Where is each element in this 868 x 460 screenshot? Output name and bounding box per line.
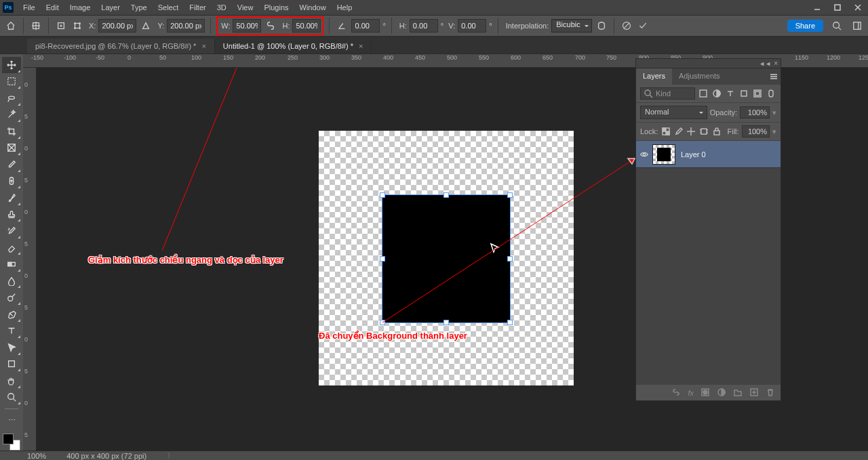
reference-toggle-icon[interactable] bbox=[71, 19, 84, 33]
transform-tool-icon[interactable] bbox=[29, 19, 43, 33]
transform-handle[interactable] bbox=[507, 256, 513, 262]
layer-row[interactable]: Layer 0 bbox=[636, 141, 781, 168]
eraser-tool-icon[interactable] bbox=[2, 240, 21, 256]
tab-layers[interactable]: Layers bbox=[636, 68, 672, 85]
share-button[interactable]: Share bbox=[787, 20, 823, 32]
crop-tool-icon[interactable] bbox=[2, 123, 21, 140]
visibility-icon[interactable] bbox=[636, 150, 652, 159]
blur-tool-icon[interactable] bbox=[2, 273, 21, 289]
transform-handle[interactable] bbox=[380, 320, 385, 325]
mask-icon[interactable] bbox=[701, 388, 710, 398]
healing-tool-icon[interactable] bbox=[2, 173, 21, 190]
gradient-tool-icon[interactable] bbox=[2, 256, 21, 272]
menu-file[interactable]: File bbox=[18, 1, 41, 14]
menu-edit[interactable]: Edit bbox=[41, 1, 64, 14]
menu-view[interactable]: View bbox=[232, 1, 259, 14]
fill-value[interactable]: 100% bbox=[742, 125, 770, 138]
filter-adjust-icon[interactable] bbox=[711, 88, 722, 99]
lock-artboard-icon[interactable] bbox=[699, 126, 709, 137]
adjustment-icon[interactable] bbox=[717, 388, 726, 398]
cancel-transform-icon[interactable] bbox=[620, 19, 633, 33]
transform-handle[interactable] bbox=[507, 192, 513, 198]
skew-h-input[interactable] bbox=[410, 19, 438, 33]
transform-handle[interactable] bbox=[507, 320, 513, 325]
lasso-tool-icon[interactable] bbox=[2, 90, 21, 106]
filter-type-icon[interactable] bbox=[725, 88, 736, 99]
wand-tool-icon[interactable] bbox=[2, 107, 21, 123]
height-input[interactable] bbox=[292, 19, 321, 33]
filter-smart-icon[interactable] bbox=[752, 88, 763, 99]
color-swatches[interactable] bbox=[3, 434, 20, 451]
skew-v-input[interactable] bbox=[458, 19, 486, 33]
x-position-input[interactable] bbox=[98, 19, 136, 33]
layer-name[interactable]: Layer 0 bbox=[681, 150, 706, 159]
pen-tool-icon[interactable] bbox=[2, 306, 21, 322]
lock-position-icon[interactable] bbox=[686, 126, 696, 137]
panel-menu-icon[interactable] bbox=[767, 68, 781, 85]
tab-adjustments[interactable]: Adjustments bbox=[672, 68, 727, 85]
fx-icon[interactable]: fx bbox=[688, 389, 694, 397]
lock-all-icon[interactable] bbox=[712, 126, 722, 137]
collapse-icon[interactable]: ◄◄ bbox=[759, 60, 771, 67]
zoom-level[interactable]: 100% bbox=[27, 452, 46, 460]
menu-help[interactable]: Help bbox=[332, 1, 358, 14]
link-layers-icon[interactable] bbox=[671, 388, 681, 398]
document-info[interactable]: 400 px x 400 px (72 ppi) bbox=[66, 452, 146, 460]
hand-tool-icon[interactable] bbox=[2, 373, 21, 389]
dodge-tool-icon[interactable] bbox=[2, 289, 21, 306]
panel-close-icon[interactable]: × bbox=[774, 60, 778, 67]
filter-pixel-icon[interactable] bbox=[698, 88, 709, 99]
menu-select[interactable]: Select bbox=[153, 1, 184, 14]
opacity-value[interactable]: 100% bbox=[740, 106, 770, 119]
link-icon[interactable] bbox=[264, 19, 277, 33]
menu-3d[interactable]: 3D bbox=[212, 1, 232, 14]
menu-type[interactable]: Type bbox=[125, 1, 153, 14]
group-icon[interactable] bbox=[733, 388, 743, 398]
warp-icon[interactable] bbox=[595, 19, 608, 33]
document-tab[interactable]: pi8-Recovered.jpg @ 66.7% (Layer 0, RGB/… bbox=[27, 39, 215, 54]
lock-paint-icon[interactable] bbox=[673, 126, 684, 137]
width-input[interactable] bbox=[233, 19, 261, 33]
eyedropper-tool-icon[interactable] bbox=[2, 156, 21, 173]
angle-input[interactable] bbox=[351, 19, 380, 33]
search-icon[interactable] bbox=[830, 19, 844, 33]
window-minimize-icon[interactable] bbox=[807, 0, 827, 15]
type-tool-icon[interactable] bbox=[2, 323, 21, 339]
transform-handle[interactable] bbox=[380, 256, 385, 262]
commit-transform-icon[interactable] bbox=[636, 19, 650, 33]
move-tool-icon[interactable] bbox=[2, 57, 21, 73]
frame-tool-icon[interactable] bbox=[2, 140, 21, 156]
y-position-input[interactable] bbox=[167, 19, 205, 33]
menu-image[interactable]: Image bbox=[64, 1, 96, 14]
close-icon[interactable]: × bbox=[359, 42, 363, 50]
chevron-right-icon[interactable]: 〉 bbox=[167, 451, 174, 460]
layer-filter-search[interactable]: Kind bbox=[640, 87, 695, 100]
trash-icon[interactable] bbox=[766, 388, 775, 398]
path-select-tool-icon[interactable] bbox=[2, 339, 21, 356]
stamp-tool-icon[interactable] bbox=[2, 207, 21, 223]
interpolation-select[interactable]: Bicubic bbox=[551, 19, 591, 33]
transform-handle[interactable] bbox=[443, 320, 449, 325]
filter-toggle-icon[interactable] bbox=[766, 88, 776, 99]
layer-thumbnail[interactable] bbox=[652, 144, 675, 165]
filter-shape-icon[interactable] bbox=[738, 88, 749, 99]
window-maximize-icon[interactable] bbox=[827, 0, 848, 15]
menu-plugins[interactable]: Plugins bbox=[258, 1, 294, 14]
zoom-tool-icon[interactable] bbox=[2, 390, 21, 406]
blend-mode-select[interactable]: Normal bbox=[640, 106, 707, 119]
close-icon[interactable]: × bbox=[201, 42, 205, 50]
marquee-tool-icon[interactable] bbox=[2, 74, 21, 90]
history-brush-tool-icon[interactable] bbox=[2, 223, 21, 239]
brush-tool-icon[interactable] bbox=[2, 190, 21, 206]
home-icon[interactable] bbox=[4, 19, 18, 33]
window-close-icon[interactable] bbox=[848, 0, 868, 15]
shape-tool-icon[interactable] bbox=[2, 356, 21, 373]
new-layer-icon[interactable] bbox=[749, 388, 759, 398]
edit-toolbar-icon[interactable]: ⋯ bbox=[2, 413, 21, 429]
menu-layer[interactable]: Layer bbox=[96, 1, 125, 14]
menu-window[interactable]: Window bbox=[294, 1, 332, 14]
menu-filter[interactable]: Filter bbox=[184, 1, 211, 14]
transform-handle[interactable] bbox=[443, 192, 449, 198]
document-tab[interactable]: Untitled-1 @ 100% (Layer 0, RGB/8#) * × bbox=[215, 39, 372, 54]
delta-icon[interactable] bbox=[139, 19, 153, 33]
